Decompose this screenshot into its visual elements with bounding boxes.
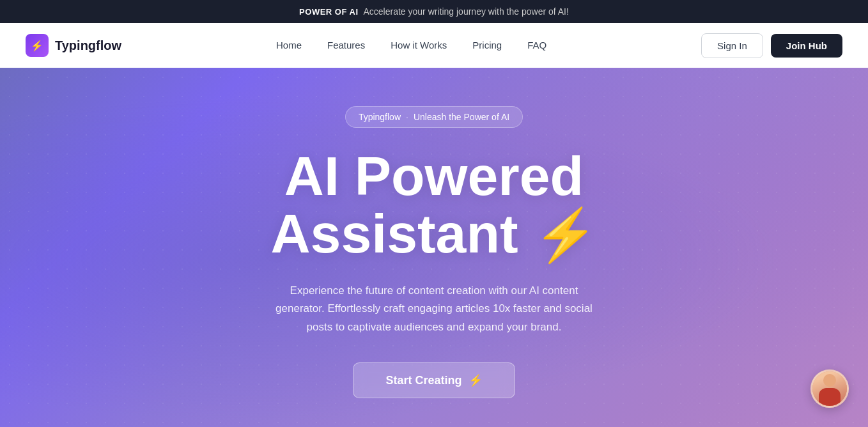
nav-item-faq[interactable]: FAQ bbox=[527, 40, 546, 51]
nav-link-home[interactable]: Home bbox=[276, 40, 302, 50]
hero-title: AI Powered Assistant ⚡ bbox=[270, 147, 597, 263]
nav-link-pricing[interactable]: Pricing bbox=[472, 40, 502, 50]
banner-text: Accelerate your writing journey with the… bbox=[364, 6, 569, 17]
nav-link-faq[interactable]: FAQ bbox=[527, 40, 546, 50]
top-banner: POWER OF AI Accelerate your writing jour… bbox=[0, 0, 868, 23]
nav-item-features[interactable]: Features bbox=[327, 40, 365, 51]
avatar-widget[interactable] bbox=[810, 369, 849, 408]
signin-button[interactable]: Sign In bbox=[701, 33, 763, 58]
nav-item-how-it-works[interactable]: How it Works bbox=[391, 40, 447, 51]
hero-section: Typingflow · Unleash the Power of AI AI … bbox=[0, 68, 868, 427]
avatar-person bbox=[818, 373, 842, 406]
nav-item-home[interactable]: Home bbox=[276, 40, 302, 51]
nav-link-features[interactable]: Features bbox=[327, 40, 365, 50]
navbar: ⚡ Typingflow Home Features How it Works … bbox=[0, 23, 868, 68]
hero-title-line2: Assistant bbox=[270, 203, 518, 264]
hero-badge: Typingflow · Unleash the Power of AI bbox=[345, 106, 523, 128]
brand-logo[interactable]: ⚡ Typingflow bbox=[26, 34, 121, 57]
hero-badge-brand: Typingflow bbox=[359, 112, 401, 122]
start-creating-label: Start Creating bbox=[385, 374, 461, 387]
start-creating-icon: ⚡ bbox=[469, 373, 483, 387]
hero-title-line1: AI Powered bbox=[284, 145, 584, 206]
hero-lightning-icon: ⚡ bbox=[534, 206, 598, 263]
banner-power-label: POWER OF AI bbox=[299, 7, 358, 17]
navbar-actions: Sign In Join Hub bbox=[701, 33, 842, 58]
avatar-head bbox=[823, 374, 836, 387]
nav-item-pricing[interactable]: Pricing bbox=[472, 40, 502, 51]
joinhub-button[interactable]: Join Hub bbox=[771, 34, 842, 58]
brand-icon: ⚡ bbox=[26, 34, 49, 57]
start-creating-button[interactable]: Start Creating ⚡ bbox=[353, 362, 515, 398]
avatar-image bbox=[812, 371, 847, 406]
brand-name: Typingflow bbox=[55, 38, 121, 53]
nav-link-how-it-works[interactable]: How it Works bbox=[391, 40, 447, 50]
avatar-body bbox=[819, 388, 841, 406]
hero-badge-separator: · bbox=[406, 112, 408, 122]
main-nav: Home Features How it Works Pricing FAQ bbox=[276, 40, 546, 51]
hero-badge-tagline: Unleash the Power of AI bbox=[414, 112, 509, 122]
hero-description: Experience the future of content creatio… bbox=[274, 282, 594, 338]
